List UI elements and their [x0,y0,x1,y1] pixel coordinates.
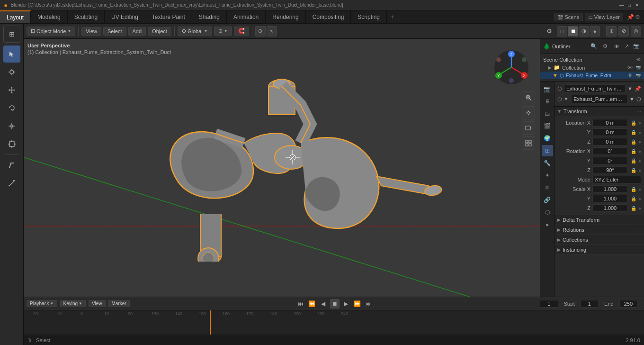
location-z-lock[interactable]: 🔒 [631,139,636,145]
timeline-view-menu-button[interactable]: View [89,300,106,307]
camera-view-button[interactable] [522,121,535,135]
xray-toggle-button[interactable]: ◎ [631,26,641,36]
output-props-icon[interactable]: 🖥 [542,96,553,107]
wireframe-shading-button[interactable]: □ [557,26,567,36]
overlay-toggle-button[interactable]: ⊘ [618,26,629,36]
instancing-options-icon[interactable]: ⋯ [636,247,641,253]
data-props-icon[interactable]: ⬡ [542,207,553,218]
navigation-gizmo[interactable]: Z X Y [492,48,530,86]
minimize-button[interactable]: — [618,2,625,9]
transform-tool-button[interactable] [3,136,20,153]
rotation-y-keyframe[interactable]: ● [638,158,641,163]
step-forward-button[interactable]: ⏩ [353,299,362,309]
new-mesh-button[interactable]: ⬡ [636,96,641,102]
scale-tool-button[interactable] [3,118,20,135]
tab-shading[interactable]: Shading [192,10,227,23]
location-y-keyframe[interactable]: ● [638,130,641,135]
rotate-tool-button[interactable] [3,100,20,117]
current-frame-input[interactable]: 1 [540,300,558,308]
grid-view-button[interactable] [522,136,535,150]
mesh-name-display[interactable]: Exhaust_Fum...em_Twin_Duct [571,95,627,103]
overlay-options-button[interactable]: ⚙ [544,26,555,37]
window-controls[interactable]: — □ ✕ [618,2,640,9]
marker-menu-button[interactable]: Marker [108,300,130,307]
render-props-icon[interactable]: 📷 [542,83,553,95]
tab-layout[interactable]: Layout [0,10,31,23]
rotation-x-lock[interactable]: 🔒 [631,149,636,154]
proportional-falloff-button[interactable]: ∿ [267,26,277,36]
location-x-input[interactable]: 0 m [592,119,628,127]
transform-options-icon[interactable]: ⋯ [636,109,641,114]
scale-z-input[interactable]: 1.000 [592,204,628,212]
keying-menu-button[interactable]: Keying ▼ [60,300,86,307]
modifier-props-icon[interactable]: 🔧 [542,157,553,169]
outliner-select-button[interactable]: ↗ [622,42,631,51]
pan-button[interactable] [522,106,535,119]
rotation-z-keyframe[interactable]: ● [638,168,641,173]
select-tool-button[interactable] [3,45,20,63]
scale-y-lock[interactable]: 🔒 [631,196,636,201]
active-object-item[interactable]: ▼ ⬡ Exhaust_Fume_Extra 👁 📷 [540,72,644,79]
proportional-edit-button[interactable]: ⊙ [255,26,266,36]
scene-collection-visibility[interactable]: 👁 [636,57,641,63]
scene-selector[interactable]: 🎬 Scene [554,13,582,21]
outliner-render-button[interactable]: 📷 [632,42,641,51]
tab-rendering[interactable]: Rendering [266,10,305,23]
location-y-lock[interactable]: 🔒 [631,130,636,135]
relations-header[interactable]: ▶ Relations ⋯ [555,225,644,235]
view-layer-props-icon[interactable]: 🗂 [542,108,553,119]
location-z-keyframe[interactable]: ● [638,139,641,145]
mode-selector[interactable]: ⊞ Object Mode ▼ [27,27,75,36]
annotate-tool-button[interactable] [3,157,20,174]
outliner-hide-button[interactable]: 👁 [612,42,621,51]
scale-z-keyframe[interactable]: ● [638,206,641,211]
scale-y-keyframe[interactable]: ● [638,196,641,201]
rotation-z-lock[interactable]: 🔒 [631,168,636,173]
tab-modeling[interactable]: Modeling [31,10,68,23]
browse-object-button[interactable]: ▼ [627,86,633,91]
scale-z-lock[interactable]: 🔒 [631,206,636,211]
maximize-button[interactable]: □ [626,2,633,9]
zoom-in-button[interactable] [522,91,535,104]
playback-menu-button[interactable]: Playback ▼ [27,300,57,307]
location-z-input[interactable]: 0 m [592,138,628,145]
outliner-filter-button[interactable]: ⚙ [600,42,610,51]
move-tool-button[interactable] [3,82,20,99]
location-x-keyframe[interactable]: ● [638,120,641,126]
active-object-render[interactable]: 📷 [635,73,641,78]
rotation-x-input[interactable]: 0° [592,147,628,155]
pivot-point-button[interactable]: ⊙ ▼ [214,27,232,36]
start-frame-input[interactable]: 1 [581,300,599,308]
rotation-z-input[interactable]: 90° [592,166,628,174]
active-object-visibility[interactable]: 👁 [627,73,633,78]
delta-options-icon[interactable]: ⋯ [636,218,641,223]
particles-props-icon[interactable]: ✦ [542,170,553,181]
delta-transform-header[interactable]: ▶ Delta Transform ⋯ [555,215,644,225]
add-workspace-button[interactable]: + [387,10,398,23]
collection-item[interactable]: ▶ 📁 Collection 👁 📷 [540,64,644,72]
tab-compositing[interactable]: Compositing [306,10,351,23]
scale-y-input[interactable]: 1.000 [592,195,628,202]
instancing-header[interactable]: ▶ Instancing ⋯ [555,245,644,254]
stop-button[interactable]: ⏹ [330,299,340,309]
tab-sculpting[interactable]: Sculpting [68,10,105,23]
jump-to-start-button[interactable]: ⏮ [296,299,305,309]
close-button[interactable]: ✕ [634,2,640,9]
tab-texture-paint[interactable]: Texture Paint [145,10,192,23]
collection-toggle[interactable]: ▶ [548,65,552,70]
select-menu-button[interactable]: Select [103,27,126,36]
transform-orientation-button[interactable]: ⊕ Global ▼ [178,27,212,36]
scale-x-lock[interactable]: 🔒 [631,187,636,192]
constraints-props-icon[interactable]: 🔗 [542,194,553,206]
jump-to-end-button[interactable]: ⏭ [364,299,374,309]
pin-icon[interactable]: 📌 [627,14,634,20]
end-frame-input[interactable]: 250 [619,300,637,308]
timeline-track[interactable]: 20 10 0 10 20 130 140 150 160 170 180 22… [24,310,644,335]
scale-x-input[interactable]: 1.000 [592,185,628,193]
scale-x-keyframe[interactable]: ● [638,187,641,192]
view-layer-selector[interactable]: 🗂 View Layer [585,13,623,21]
snap-button[interactable]: 🧲 [234,27,249,36]
material-preview-button[interactable]: ◑ [579,26,589,36]
location-y-input[interactable]: 0 m [592,128,628,136]
settings-icon[interactable]: ⚙ [635,14,640,20]
